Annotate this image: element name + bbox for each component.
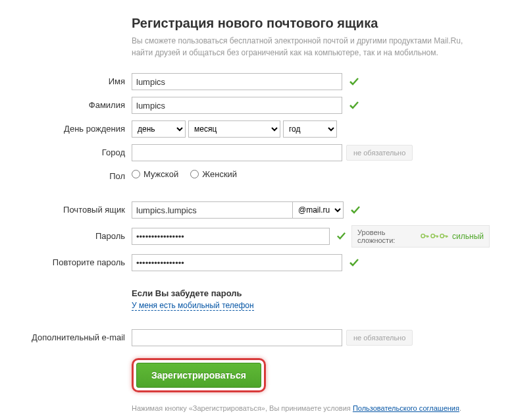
strength-value: сильный xyxy=(452,232,484,241)
svg-point-2 xyxy=(440,234,444,238)
birthday-day-select[interactable]: день xyxy=(132,120,186,138)
check-icon xyxy=(349,76,359,87)
key-icon xyxy=(421,232,429,241)
gender-male-option[interactable]: Мужской xyxy=(132,169,178,179)
mailbox-input[interactable] xyxy=(132,201,292,219)
check-icon xyxy=(349,100,359,111)
agreement-link[interactable]: Пользовательского соглашения xyxy=(353,404,459,412)
mailbox-label: Почтовый ящик xyxy=(26,202,125,218)
page-title: Регистрация нового почтового ящика xyxy=(132,16,490,31)
check-icon xyxy=(349,257,359,268)
password-strength: Уровень сложности: сильный xyxy=(351,225,490,248)
lastname-input[interactable] xyxy=(132,97,342,114)
forgot-header: Если Вы забудете пароль xyxy=(132,288,490,298)
submit-highlight: Зарегистрироваться xyxy=(132,358,266,392)
footer-text: Нажимая кнопку «Зарегистрироваться», Вы … xyxy=(132,404,490,412)
gender-female-label: Женский xyxy=(202,169,237,179)
gender-female-radio[interactable] xyxy=(190,170,199,178)
svg-point-1 xyxy=(430,234,434,238)
password-input[interactable] xyxy=(132,228,330,245)
gender-label: Пол xyxy=(26,169,125,184)
city-input[interactable] xyxy=(132,144,342,161)
city-label: Город xyxy=(26,145,125,161)
check-icon xyxy=(350,205,361,215)
gender-male-label: Мужской xyxy=(143,169,178,179)
extra-email-label: Дополнительный e-mail xyxy=(26,330,125,346)
gender-female-option[interactable]: Женский xyxy=(190,169,237,179)
firstname-input[interactable] xyxy=(132,73,342,90)
key-icon xyxy=(440,232,448,241)
birthday-label: День рождения xyxy=(26,121,125,137)
optional-hint: не обязательно xyxy=(346,145,413,161)
lastname-label: Фамилия xyxy=(26,97,125,113)
firstname-label: Имя xyxy=(26,74,125,90)
password-label: Пароль xyxy=(26,228,125,244)
svg-point-0 xyxy=(421,234,425,238)
key-icon xyxy=(430,232,439,241)
submit-button[interactable]: Зарегистрироваться xyxy=(136,363,261,388)
check-icon xyxy=(336,231,346,242)
password-repeat-label: Повторите пароль xyxy=(26,255,125,271)
birthday-month-select[interactable]: месяц xyxy=(188,120,280,138)
password-repeat-input[interactable] xyxy=(132,254,342,271)
birthday-year-select[interactable]: год xyxy=(283,120,337,138)
strength-label: Уровень сложности: xyxy=(357,228,419,244)
optional-hint: не обязательно xyxy=(346,330,413,346)
gender-male-radio[interactable] xyxy=(132,170,140,178)
page-subtitle: Вы сможете пользоваться бесплатной элект… xyxy=(132,35,474,59)
extra-email-input[interactable] xyxy=(132,329,342,346)
domain-select[interactable]: @mail.ru xyxy=(292,201,344,219)
mobile-link[interactable]: У меня есть мобильный телефон xyxy=(132,301,254,311)
